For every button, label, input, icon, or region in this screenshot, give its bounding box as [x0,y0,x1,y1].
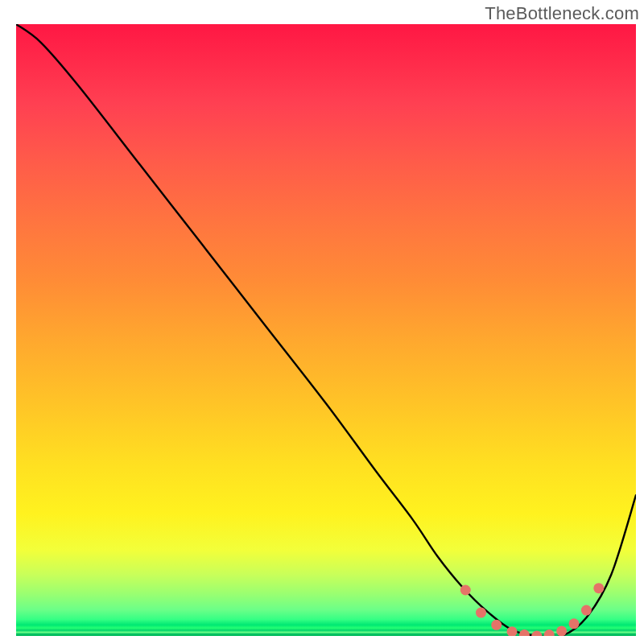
highlight-dot [556,625,567,636]
highlight-dot [569,618,580,629]
highlight-dot [531,631,542,637]
highlight-dot [581,605,592,616]
highlight-dot [460,585,471,596]
chart-svg [16,24,636,636]
highlight-dot [519,630,530,636]
highlight-band [460,583,605,636]
highlight-dot [593,583,604,593]
bottleneck-curve [16,24,636,636]
highlight-dot [491,620,502,630]
highlight-dot [476,608,486,618]
chart-canvas: TheBottleneck.com [0,0,644,644]
highlight-dot [544,630,555,636]
watermark-text: TheBottleneck.com [485,3,639,24]
plot-area [16,24,636,636]
